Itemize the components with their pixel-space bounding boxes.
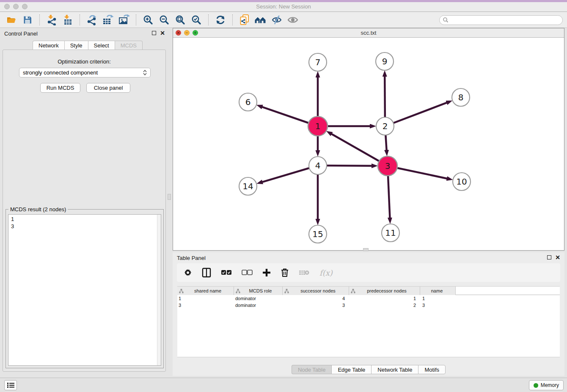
toolbar-separator [80,14,80,25]
search-input[interactable] [449,16,562,24]
tab-motifs[interactable]: Motifs [418,365,446,374]
result-scrollbar[interactable] [157,215,161,365]
status-bar: Memory [0,378,567,392]
export-image-icon[interactable] [116,14,132,26]
cell-name[interactable]: 3 [420,302,456,309]
mcds-result-line: 3 [11,223,158,230]
horizontal-splitter-handle[interactable] [363,248,369,251]
zoom-in-icon[interactable] [140,14,156,26]
cell-shared-name[interactable]: 3 [177,302,234,309]
cell-name[interactable]: 1 [420,295,456,302]
run-mcds-button[interactable]: Run MCDS [40,83,80,93]
criterion-dropdown[interactable]: strongly connected component [19,68,151,77]
close-table-panel-icon[interactable]: ✕ [555,255,560,259]
zoom-selected-icon[interactable] [188,14,204,26]
column-header-predecessor-nodes[interactable]: predecessor nodes [349,287,420,295]
float-panel-icon[interactable] [152,31,156,35]
tab-mcds[interactable]: MCDS [115,41,143,50]
task-history-button[interactable] [4,380,17,390]
window-title: Session: New Session [0,3,567,10]
criterion-value: strongly connected component [23,69,143,76]
network-window-title: scc.txt [173,30,564,36]
mcds-result-line: 1 [11,215,158,223]
show-all-networks-icon[interactable] [253,14,269,26]
memory-status-icon [534,383,538,388]
graph-node-label-2: 2 [383,121,388,131]
zoom-out-icon[interactable] [156,14,172,26]
table-panel-header: Table Panel ✕ [173,254,564,262]
tab-select[interactable]: Select [88,41,115,50]
tab-network-table[interactable]: Network Table [371,365,418,374]
function-builder-icon[interactable]: f(x) [319,267,333,278]
apply-layout-icon[interactable] [212,14,228,26]
table-row[interactable]: 3 dominator 3 2 3 [177,302,560,309]
shared-column-icon [284,289,289,293]
import-network-icon[interactable] [44,14,60,26]
delete-row-icon[interactable] [281,267,289,278]
node-table[interactable]: shared name MCDS role successor nodes pr… [177,286,560,357]
column-header-name[interactable]: name [420,287,456,295]
header-filler [456,287,560,295]
zoom-fit-icon[interactable] [172,14,188,26]
save-session-icon[interactable] [19,14,36,26]
insert-column-icon[interactable] [202,267,211,278]
network-window-titlebar[interactable]: ✕ − + scc.txt [173,28,564,38]
memory-button[interactable]: Memory [529,380,564,390]
export-table-icon[interactable] [100,14,116,26]
graph-node-label-1: 1 [315,121,321,131]
cell-shared-name[interactable]: 1 [177,295,234,302]
shared-column-icon [179,289,184,293]
export-network-icon[interactable] [84,14,100,26]
graph-node-label-8: 8 [458,92,464,102]
mcds-result-groupbox: MCDS result (2 nodes) 13 [6,209,164,368]
cell-mcds-role[interactable]: dominator [234,302,283,309]
add-row-icon[interactable] [262,267,271,278]
settings-icon[interactable] [184,267,192,278]
vertical-splitter-handle[interactable] [168,194,171,200]
cell-predecessor-nodes[interactable]: 1 [349,295,420,302]
column-header-mcds-role[interactable]: MCDS role [234,287,283,295]
cell-mcds-role[interactable]: dominator [234,295,283,302]
close-panel-icon[interactable]: ✕ [160,31,165,35]
graph-node-label-11: 11 [385,228,396,238]
delete-column-icon[interactable] [299,267,310,278]
table-panel: Table Panel ✕ [173,252,564,376]
search-box[interactable] [439,15,563,25]
shared-column-icon [236,289,240,293]
select-all-icon[interactable] [221,267,232,278]
table-row[interactable]: 1 dominator 4 1 1 [177,295,560,302]
deselect-all-icon[interactable] [242,267,253,278]
mcds-result-textarea[interactable]: 13 [8,214,161,366]
dropdown-stepper-icon [143,70,147,75]
show-graphics-details-icon[interactable] [285,14,301,26]
graph-edge-2-8[interactable] [385,102,448,126]
tab-network[interactable]: Network [33,41,64,50]
control-panel-header: Control Panel ✕ [0,30,169,38]
shared-column-icon [351,289,355,293]
toolbar-separator [208,14,209,25]
control-panel-title: Control Panel [4,30,38,37]
graph-node-label-7: 7 [315,57,321,67]
import-table-icon[interactable] [60,14,76,26]
titlebar-accent [0,0,567,2]
column-header-shared-name[interactable]: shared name [177,287,234,295]
tab-edge-table[interactable]: Edge Table [331,365,371,374]
cell-predecessor-nodes[interactable]: 2 [349,302,420,309]
cell-successor-nodes[interactable]: 3 [283,302,349,309]
network-graph: 1234678910111415 [173,38,564,250]
network-canvas[interactable]: 1234678910111415 [173,38,564,250]
tab-node-table[interactable]: Node Table [292,365,332,374]
main-toolbar [0,12,567,28]
column-header-successor-nodes[interactable]: successor nodes [283,287,349,295]
clone-network-icon[interactable] [237,14,253,26]
node-table-header: shared name MCDS role successor nodes pr… [177,287,560,295]
float-table-panel-icon[interactable] [547,255,551,259]
cell-successor-nodes[interactable]: 4 [283,295,349,302]
close-panel-button[interactable]: Close panel [86,83,130,93]
hide-selected-icon[interactable] [269,14,285,26]
tab-style[interactable]: Style [64,41,88,50]
open-session-icon[interactable] [3,14,19,26]
table-toolbar: f(x) [177,263,560,282]
list-icon [7,382,14,388]
graph-node-label-15: 15 [312,229,323,239]
